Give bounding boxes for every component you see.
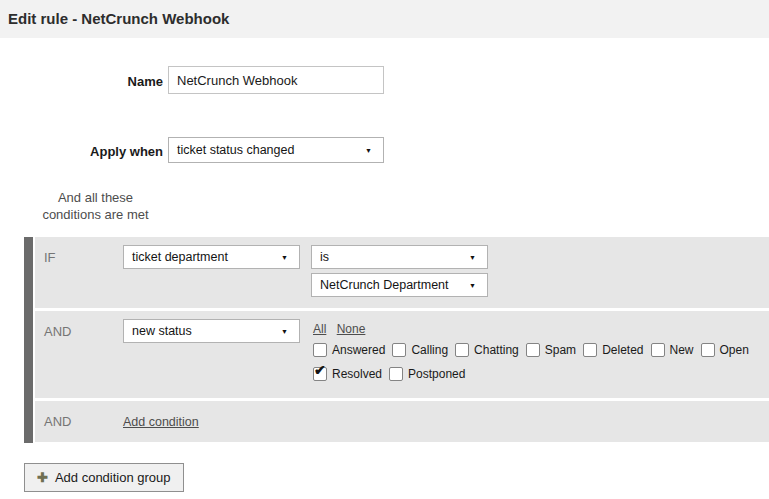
status-checkbox-item[interactable]: Postponed [389,367,465,381]
status-checkbox-item[interactable]: ✔ Resolved [313,367,382,381]
status-checkbox-label: Resolved [332,367,382,381]
condition-row-if: IF ticket department ▼ is ▼ NetCrunch De… [35,237,769,308]
check-icon: ✔ [314,363,326,377]
plus-icon: ✚ [37,470,48,485]
status-picker: All None Answered Calling Chatting [313,322,769,381]
status-checkbox-label: Calling [411,343,448,357]
condition-operator-value: is [320,250,329,264]
status-checkbox-row: ✔ Resolved Postponed [313,367,769,381]
checkbox[interactable] [526,343,540,357]
condition-group-bar [24,237,33,443]
select-all-link[interactable]: All [313,322,326,336]
status-checkbox-label: Chatting [474,343,519,357]
condition-value-select[interactable]: NetCrunch Department ▼ [311,273,488,297]
status-checkbox-label: Spam [545,343,576,357]
status-field-value: new status [132,324,192,338]
status-checkbox-item[interactable]: Deleted [583,343,643,357]
apply-when-label: Apply when [0,144,163,159]
checkbox[interactable] [583,343,597,357]
status-checkbox-label: Open [720,343,749,357]
checkbox[interactable] [392,343,406,357]
status-checkbox-item[interactable]: New [651,343,694,357]
condition-field-value: ticket department [132,250,228,264]
checkbox[interactable]: ✔ [313,367,327,381]
checkbox[interactable] [455,343,469,357]
checkbox[interactable] [313,343,327,357]
rule-name-input[interactable] [168,66,384,94]
apply-when-select[interactable]: ticket status changed ▼ [168,137,384,163]
status-checkbox-row: Answered Calling Chatting Spam [313,343,769,357]
and-label: AND [44,414,71,429]
checkbox[interactable] [651,343,665,357]
chevron-down-icon: ▼ [281,328,288,335]
status-checkbox-label: Postponed [408,367,465,381]
name-label: Name [0,74,163,89]
status-checkbox-item[interactable]: Spam [526,343,576,357]
and-label: AND [44,324,71,339]
condition-field-select[interactable]: ticket department ▼ [123,245,300,269]
chevron-down-icon: ▼ [469,254,476,261]
add-condition-group-button[interactable]: ✚ Add condition group [24,463,184,492]
add-condition-group-label: Add condition group [55,470,171,485]
status-checkbox-item[interactable]: Answered [313,343,385,357]
condition-row-add: AND Add condition [35,401,769,442]
status-field-select[interactable]: new status ▼ [123,319,300,343]
chevron-down-icon: ▼ [469,282,476,289]
status-checkbox-item[interactable]: Open [701,343,749,357]
checkbox[interactable] [389,367,403,381]
chevron-down-icon: ▼ [365,147,372,154]
page-title: Edit rule - NetCrunch Webhook [8,10,229,27]
select-none-link[interactable]: None [337,322,366,336]
status-checkbox-item[interactable]: Calling [392,343,448,357]
condition-row-and-status: AND new status ▼ All None Answered Calli… [35,311,769,398]
apply-when-selected-value: ticket status changed [177,143,294,157]
status-checkbox-item[interactable]: Chatting [455,343,519,357]
status-checkbox-label: Answered [332,343,385,357]
if-label: IF [44,250,56,265]
chevron-down-icon: ▼ [281,254,288,261]
status-select-links: All None [313,322,769,336]
condition-value-value: NetCrunch Department [320,278,449,292]
add-condition-link[interactable]: Add condition [123,415,199,429]
status-checkbox-label: New [670,343,694,357]
condition-operator-select[interactable]: is ▼ [311,245,488,269]
checkbox[interactable] [701,343,715,357]
conditions-note: And all these conditions are met [28,189,163,223]
status-checkbox-label: Deleted [602,343,643,357]
page-header: Edit rule - NetCrunch Webhook [0,0,769,38]
